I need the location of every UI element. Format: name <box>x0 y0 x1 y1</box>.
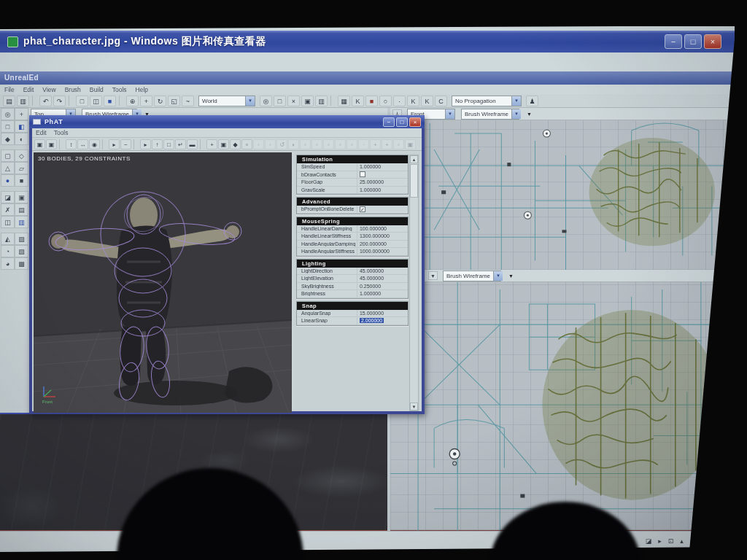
maximize-button[interactable]: □ <box>396 117 408 127</box>
palette-tool-icon[interactable]: ■ <box>15 174 28 187</box>
viewer-titlebar[interactable]: phat_character.jpg - Windows 图片和传真查看器 − … <box>0 31 735 52</box>
move-x-icon[interactable]: ↔ <box>77 139 88 149</box>
unrealed-menu-view[interactable]: View <box>42 86 55 93</box>
unrealed-menu-build[interactable]: Build <box>90 86 104 93</box>
palette-tool-icon[interactable]: △ <box>1 162 15 174</box>
curve-icon[interactable]: C <box>435 96 447 106</box>
viewport-top-icon[interactable]: □ <box>76 96 88 106</box>
palette-tool-icon[interactable]: + <box>15 108 28 120</box>
property-value[interactable]: 45.000000 <box>360 268 384 273</box>
palette-tool-icon[interactable]: ▨ <box>15 233 28 245</box>
property-value-cell[interactable] <box>357 171 408 179</box>
property-value-cell[interactable]: 1.000000 <box>357 290 408 298</box>
checkbox[interactable]: ✓ <box>360 206 365 212</box>
disabled-icon[interactable]: ∙ <box>358 139 369 149</box>
phat-menu-edit[interactable]: Edit <box>36 129 47 136</box>
body-mode-icon[interactable]: ▣ <box>34 139 45 149</box>
palette-tool-icon[interactable]: ▣ <box>15 191 28 203</box>
minimize-button[interactable]: − <box>665 34 682 49</box>
render-mode-dropdown[interactable]: Brush Wireframe ▼ <box>461 109 519 120</box>
camera-move-icon[interactable]: ⊕ <box>126 96 139 106</box>
palette-tool-icon[interactable]: ◧ <box>15 120 28 133</box>
property-value-cell[interactable]: 45.000000 <box>357 268 408 275</box>
viewport-split-icon[interactable]: ◫ <box>90 96 102 106</box>
light-icon[interactable]: ○ <box>379 96 392 106</box>
palette-tool-icon[interactable]: ▢ <box>1 149 15 162</box>
palette-tool-icon[interactable]: ● <box>1 174 15 187</box>
palette-tool-icon[interactable]: ◭ <box>1 233 15 245</box>
save-icon[interactable]: ▥ <box>17 96 29 106</box>
phat-titlebar[interactable]: PhAT − □ × <box>29 115 425 128</box>
palette-tool-icon[interactable]: □ <box>1 120 15 133</box>
palette-tool-icon[interactable]: ✗ <box>1 203 15 216</box>
property-value[interactable]: 0.250000 <box>360 284 381 289</box>
property-value-cell[interactable]: 45.000000 <box>357 275 408 282</box>
property-value[interactable]: 45.000000 <box>360 276 384 281</box>
phat-3d-viewport[interactable]: 30 BODIES, 29 CONSTRAINTS <box>34 152 292 413</box>
status-icon[interactable]: ▸ <box>658 537 662 545</box>
status-icon[interactable]: ▴ <box>680 537 684 545</box>
property-value-cell[interactable]: ✓ <box>357 206 408 213</box>
palette-tool-icon[interactable]: ▤ <box>15 203 28 216</box>
paste-icon[interactable]: ▥ <box>315 96 328 106</box>
disabled-icon[interactable]: + <box>370 139 381 149</box>
viewport-front-bottom[interactable] <box>390 282 735 531</box>
property-value-cell[interactable]: 1.000000 <box>357 163 408 171</box>
dot-icon[interactable]: · <box>393 96 406 106</box>
propagation-dropdown[interactable]: No Propagation▼ <box>452 96 522 106</box>
disabled-icon[interactable]: ▫ <box>323 139 334 149</box>
property-section-header[interactable]: MouseSpring <box>297 217 408 225</box>
copy-icon[interactable]: ▣ <box>301 96 314 106</box>
scale-icon[interactable]: ◱ <box>168 96 180 106</box>
property-value-cell[interactable]: 1300.000000 <box>357 233 408 240</box>
property-value[interactable]: 25.000000 <box>360 179 384 184</box>
property-section-header[interactable]: Snap <box>297 302 408 310</box>
disabled-icon[interactable]: ▫ <box>393 139 404 149</box>
palette-tool-icon[interactable]: ▱ <box>15 162 28 174</box>
unrealed-menu-tools[interactable]: Tools <box>112 86 127 93</box>
restore-button[interactable]: □ <box>684 34 702 49</box>
undo-icon[interactable]: ↶ <box>39 96 52 106</box>
play-sim-icon[interactable]: ▸ <box>109 139 120 149</box>
camera-k-icon[interactable]: K <box>352 96 364 106</box>
camera-k3-icon[interactable]: K <box>421 96 433 106</box>
checkbox[interactable] <box>360 171 365 177</box>
property-value-cell[interactable]: 1000.000000 <box>357 248 408 255</box>
disabled-icon[interactable]: ▫ <box>347 139 357 149</box>
flat-icon[interactable]: ▬ <box>187 139 198 149</box>
viewport-front-top[interactable] <box>390 120 735 270</box>
rotate-icon[interactable]: ↻ <box>154 96 166 106</box>
unrealed-menu-edit[interactable]: Edit <box>23 86 34 93</box>
minimize-button[interactable]: − <box>383 117 395 127</box>
disabled-icon[interactable]: ▫ <box>335 139 346 149</box>
property-value[interactable]: 1000.000000 <box>360 249 390 254</box>
scroll-up-icon[interactable]: ▲ <box>410 155 418 163</box>
properties-scrollbar[interactable]: ▲ ▼ <box>409 155 419 411</box>
palette-tool-icon[interactable]: ◐ <box>15 133 28 145</box>
phat-menu-tools[interactable]: Tools <box>54 129 69 136</box>
property-section-header[interactable]: Advanced <box>297 198 408 206</box>
property-value[interactable]: 1.000000 <box>360 291 381 296</box>
player-start-icon[interactable]: ♟ <box>526 96 538 106</box>
camera-k2-icon[interactable]: K <box>407 96 419 106</box>
palette-tool-icon[interactable]: ▩ <box>15 257 28 270</box>
property-value-cell[interactable]: 1.000000 <box>357 187 408 194</box>
palette-tool-icon[interactable]: ◫ <box>1 216 15 228</box>
search-icon[interactable]: ◎ <box>260 96 272 106</box>
cut-icon[interactable]: × <box>287 96 300 106</box>
disabled-icon[interactable]: ▣ <box>405 139 416 149</box>
property-value[interactable]: 2.000000 <box>360 318 384 323</box>
open-icon[interactable]: ▤ <box>3 96 15 106</box>
unrealed-menu-help[interactable]: Help <box>136 86 148 93</box>
property-value-cell[interactable]: 0.250000 <box>357 283 408 290</box>
property-value[interactable]: 100.000000 <box>360 226 387 231</box>
unrealed-menu-brush[interactable]: Brush <box>65 86 81 93</box>
property-value-cell[interactable]: 25.000000 <box>357 179 408 186</box>
options-arrow-icon[interactable]: ▼ <box>527 112 532 117</box>
scroll-down-icon[interactable]: ▼ <box>410 402 418 411</box>
disabled-icon[interactable]: ▫ <box>311 139 322 149</box>
constraint-mode-icon[interactable]: ▣ <box>46 139 57 149</box>
property-value[interactable]: 15.000000 <box>360 311 384 316</box>
up-icon[interactable]: ↑ <box>152 139 163 149</box>
disabled-icon[interactable]: ◗ <box>288 139 299 149</box>
